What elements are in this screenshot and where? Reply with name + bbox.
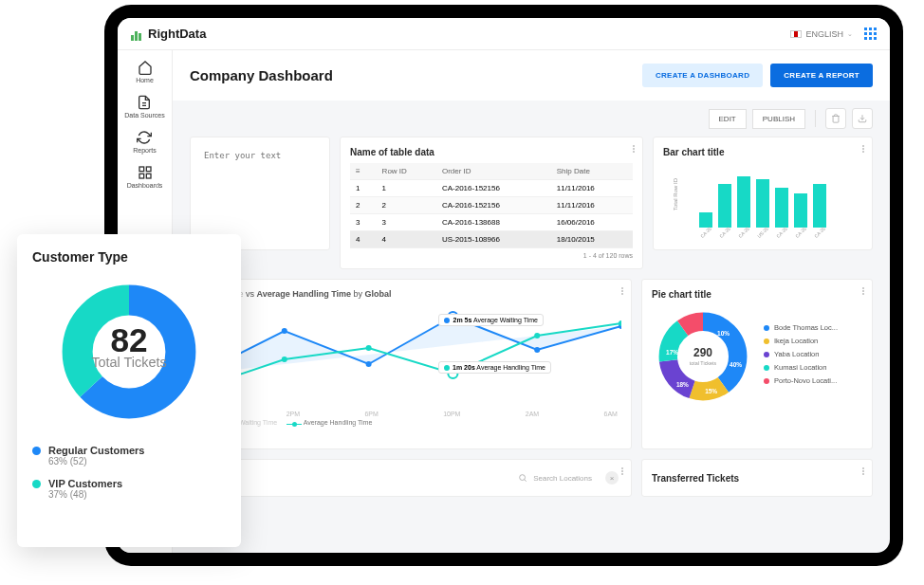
- more-menu-icon[interactable]: [633, 145, 635, 153]
- legend-item: Regular Customers 63% (52): [32, 445, 226, 466]
- legend-dot-icon: [32, 447, 41, 455]
- trash-icon: [831, 114, 841, 123]
- create-dashboard-button[interactable]: CREATE A DASHBOARD: [642, 64, 763, 87]
- card-title: Transferred Tickets: [652, 473, 739, 484]
- text-input[interactable]: [200, 147, 320, 232]
- svg-text:18%: 18%: [676, 381, 689, 388]
- bar-chart-card: Bar chart title Total Row ID: [653, 137, 873, 250]
- more-menu-icon[interactable]: [862, 287, 864, 295]
- header-actions: CREATE A DASHBOARD CREATE A REPORT: [642, 64, 873, 87]
- sidebar-item-reports[interactable]: Reports: [133, 130, 157, 154]
- document-icon: [137, 95, 152, 110]
- col-header: Order ID: [436, 163, 551, 180]
- brand-icon: [131, 27, 144, 41]
- text-card: [190, 137, 330, 250]
- page-header: Company Dashboard CREATE A DASHBOARD CRE…: [173, 50, 890, 101]
- language-selector[interactable]: ENGLISH ⌄: [790, 29, 853, 39]
- more-menu-icon[interactable]: [862, 145, 864, 153]
- tooltip-handle: 1m 20s Average Handling Time: [438, 361, 551, 374]
- data-table: ≡ Row ID Order ID Ship Date 11CA-2016-15…: [350, 163, 633, 248]
- table-row[interactable]: 33CA-2016-13868816/06/2016: [350, 214, 633, 231]
- brand[interactable]: RightData: [131, 27, 206, 41]
- table-card: Name of table data ≡ Row ID Order ID Shi…: [340, 137, 643, 269]
- pie-chart: 10% 40% 15% 18% 17% 290 total Tickets: [652, 305, 754, 408]
- refresh-icon: [137, 130, 152, 145]
- svg-text:15%: 15%: [705, 388, 717, 394]
- main-content: Company Dashboard CREATE A DASHBOARD CRE…: [173, 50, 890, 553]
- tooltip-wait: 2m 5s Average Waiting Time: [438, 314, 544, 326]
- create-report-button[interactable]: CREATE A REPORT: [770, 64, 873, 87]
- dashboard-icon: [138, 165, 153, 180]
- svg-rect-0: [139, 167, 144, 172]
- svg-rect-2: [139, 174, 144, 178]
- home-icon: [138, 60, 153, 75]
- legend-dot-icon: [32, 480, 41, 488]
- svg-point-8: [534, 347, 540, 353]
- search-card: Search Locations ×: [190, 459, 632, 497]
- topbar: RightData ENGLISH ⌄: [118, 18, 890, 50]
- delete-button[interactable]: [825, 108, 846, 129]
- svg-point-11: [282, 356, 287, 362]
- line-x-axis: 10AM2PM6PM10PM2AM6AM: [200, 411, 621, 417]
- line-chart: [200, 302, 621, 407]
- download-icon: [858, 114, 867, 123]
- more-menu-icon[interactable]: [862, 467, 864, 475]
- brand-name: RightData: [148, 27, 206, 41]
- language-label: ENGLISH: [805, 29, 843, 39]
- table-footer: 1 - 4 of 120 rows: [350, 248, 633, 259]
- more-menu-icon[interactable]: [621, 467, 623, 475]
- sidebar-item-label: Home: [136, 77, 154, 83]
- svg-text:Total Tickets: Total Tickets: [91, 355, 166, 370]
- topbar-right: ENGLISH ⌄: [790, 27, 877, 40]
- sidebar-item-dashboards[interactable]: Dashboards: [127, 165, 163, 189]
- legend-item: VIP Customers 37% (48): [32, 478, 226, 500]
- publish-button[interactable]: PUBLISH: [752, 109, 805, 129]
- svg-text:total Tickets: total Tickets: [690, 360, 717, 366]
- card-title: …ting Time vs Average Handling Time by G…: [200, 289, 621, 299]
- transferred-card: Transferred Tickets: [641, 459, 873, 497]
- svg-rect-1: [146, 167, 151, 172]
- table-row[interactable]: 22CA-2016-15215611/11/2016: [350, 197, 633, 214]
- table-row[interactable]: 44US-2015-10896618/10/2015: [350, 231, 633, 248]
- search-icon: [518, 473, 527, 483]
- subheader: EDIT PUBLISH: [173, 101, 890, 137]
- line-chart-card: …ting Time vs Average Handling Time by G…: [190, 279, 632, 449]
- col-header: Row ID: [377, 163, 436, 180]
- search-placeholder: Search Locations: [533, 474, 592, 483]
- bar-ylabel: Total Row ID: [673, 178, 678, 210]
- download-button[interactable]: [852, 108, 873, 129]
- svg-point-30: [520, 475, 526, 481]
- svg-text:40%: 40%: [730, 361, 742, 368]
- svg-point-5: [282, 328, 287, 334]
- svg-text:17%: 17%: [666, 349, 678, 356]
- donut-legend: Regular Customers 63% (52) VIP Customers…: [32, 445, 226, 500]
- more-menu-icon[interactable]: [621, 287, 623, 295]
- svg-point-6: [366, 361, 372, 367]
- sidebar-item-data-sources[interactable]: Data Sources: [124, 95, 164, 119]
- sidebar-item-label: Data Sources: [124, 112, 164, 119]
- svg-point-14: [534, 333, 540, 338]
- search-input[interactable]: Search Locations: [510, 469, 600, 486]
- pie-chart-card: Pie chart title 10% 40: [641, 279, 873, 449]
- table-row[interactable]: 11CA-2016-15215611/11/2016: [350, 180, 633, 197]
- sidebar-item-home[interactable]: Home: [136, 60, 154, 83]
- line-legend: …rage Waiting Time Average Handling Time: [200, 419, 621, 426]
- card-title: Bar chart title: [663, 147, 862, 157]
- apps-grid-icon[interactable]: [864, 27, 877, 40]
- sidebar-item-label: Dashboards: [127, 182, 163, 189]
- customer-type-card: Customer Type 82 Total Tickets Regular C…: [17, 234, 241, 547]
- svg-point-12: [366, 345, 372, 351]
- card-title: Name of table data: [350, 147, 633, 157]
- svg-rect-3: [146, 174, 151, 178]
- donut-chart: 82 Total Tickets: [53, 276, 205, 428]
- sidebar-item-label: Reports: [133, 147, 157, 154]
- edit-button[interactable]: EDIT: [709, 109, 747, 129]
- svg-text:10%: 10%: [717, 330, 730, 337]
- clear-search-button[interactable]: ×: [605, 471, 619, 484]
- svg-text:82: 82: [110, 321, 147, 358]
- flag-icon: [790, 30, 802, 38]
- dashboard-grid: Name of table data ≡ Row ID Order ID Shi…: [173, 137, 890, 553]
- bar-x-axis: CA-2016CA-2016CA-2016US-2015CA-2014CA-20…: [663, 228, 862, 235]
- chevron-down-icon: ⌄: [847, 30, 853, 38]
- divider: [815, 110, 816, 127]
